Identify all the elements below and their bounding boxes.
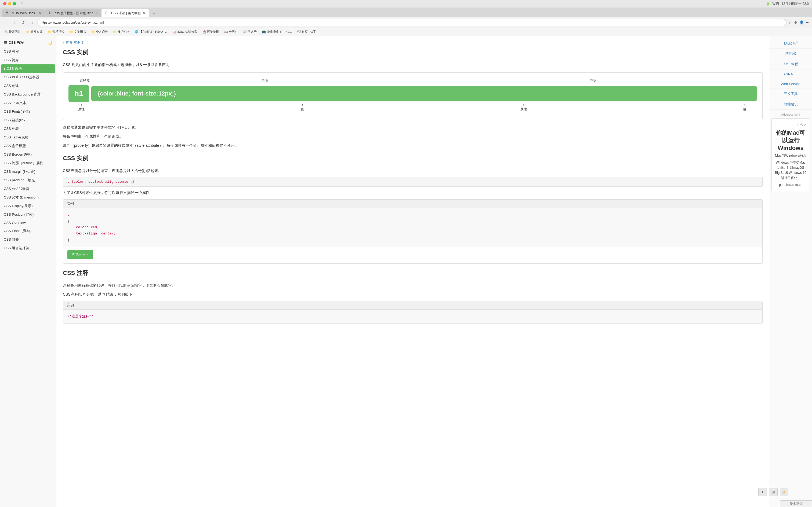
forward-button[interactable]: › bbox=[11, 19, 18, 26]
selector-box: h1 bbox=[68, 85, 89, 102]
tab-favicon-mdn: M bbox=[6, 11, 10, 15]
section1-intro: CSS 规则由两个主要的部分构成：选择器，以及一条或多条声明: bbox=[63, 61, 763, 68]
section3-title: CSS 注释 bbox=[63, 269, 763, 279]
bookmark-software[interactable]: 📁 软件资源 bbox=[24, 29, 45, 34]
sidebar-item-css-dimension[interactable]: CSS 尺寸 (Dimension) bbox=[0, 193, 56, 202]
tab-mdn[interactable]: M MDN Web Docs ✕ bbox=[2, 9, 45, 17]
grid-view-button[interactable]: ⊞ bbox=[769, 488, 778, 496]
fullscreen-window-button[interactable] bbox=[13, 2, 16, 5]
code-inline-block: p {color:red;text-align:center;} bbox=[63, 177, 763, 187]
url-bar[interactable]: https://www.runoob.com/css/css-syntax.ht… bbox=[37, 19, 786, 26]
content-area: 查看 实例 2 CSS 实例 CSS 规则由两个主要的部分构成：选择器，以及一条… bbox=[56, 36, 769, 507]
sidebar-item-css-text[interactable]: CSS Text(文本) bbox=[0, 99, 56, 107]
sidebar-item-css-table[interactable]: CSS Table(表格) bbox=[0, 133, 56, 142]
sidebar-item-css-intro[interactable]: CSS 简介 bbox=[0, 56, 56, 64]
right-sidebar-item-webservice[interactable]: Web Service bbox=[769, 79, 812, 89]
bookmarks-bar: 🔍 搜索网站 📁 软件资源 📁 音乐视频 📁 文学图书 📁 个人论坛 📁 技术论… bbox=[0, 28, 812, 36]
arrow-up-4: ↑ bbox=[743, 103, 746, 107]
para5: 注释是用来解释你的代码，并且可以随意编辑它，浏览器会忽略它。 bbox=[63, 282, 763, 289]
sidebar-item-css-border[interactable]: CSS Border(边框) bbox=[0, 150, 56, 159]
sidebar-toggle-icon[interactable]: ☰ bbox=[20, 2, 23, 6]
sidebar-item-css-outline[interactable]: CSS 轮廓（outline）属性 bbox=[0, 159, 56, 167]
bookmark-medical[interactable]: 🏥 医学微视 bbox=[200, 29, 221, 34]
sidebar-item-css-create[interactable]: CSS 创建 bbox=[0, 81, 56, 90]
right-sidebar-item-website[interactable]: 网站建设 bbox=[769, 99, 812, 110]
sidebar-item-css-backgrounds[interactable]: CSS Backgrounds(背景) bbox=[0, 90, 56, 99]
right-sidebar-item-devtools[interactable]: 开发工具 bbox=[769, 89, 812, 99]
sidebar-item-css-float[interactable]: CSS Float（浮动） bbox=[0, 227, 56, 235]
theme-toggle-icon[interactable]: 🌙 bbox=[48, 41, 52, 45]
tab-runoob[interactable]: R CSS 语法 | 菜鸟教程 ✕ bbox=[101, 9, 149, 17]
ad-link[interactable]: parallels.com.cn bbox=[775, 183, 806, 187]
new-tab-button[interactable]: + bbox=[150, 10, 158, 17]
favorite-button[interactable]: ★ bbox=[780, 488, 789, 496]
bookmark-music[interactable]: 📁 音乐视频 bbox=[46, 29, 66, 34]
bookmark-zhihu[interactable]: 💬 首页 - 知乎 bbox=[295, 29, 318, 34]
see-example-link[interactable]: 查看 实例 2 bbox=[63, 40, 763, 45]
sidebar-item-css-group[interactable]: CSS 分组和嵌套 bbox=[0, 184, 56, 193]
arrow-up-3: ↑ bbox=[520, 103, 527, 107]
tab-close-mdn[interactable]: ✕ bbox=[39, 11, 41, 15]
sidebar-item-css-fonts[interactable]: CSS Fonts(字体) bbox=[0, 107, 56, 116]
feedback-button[interactable]: 反馈/建议 bbox=[780, 500, 812, 507]
right-sidebar-item-aspnet[interactable]: ASP.NET bbox=[769, 69, 812, 79]
diagram-labels-top: 选择器 声明 声明 bbox=[68, 78, 757, 83]
bookmark-history[interactable]: 📖 全历史 bbox=[222, 29, 240, 34]
tab-title-runoob: CSS 语法 | 菜鸟教程 bbox=[111, 11, 141, 15]
main-layout: ☰ CSS 教程 🌙 CSS 教程 CSS 简介 CSS 语法 CSS Id 和… bbox=[0, 36, 812, 507]
arrow-up-1: ↑ bbox=[78, 103, 85, 107]
right-sidebar-item-mobile[interactable]: 移动端 bbox=[769, 49, 812, 59]
declaration-box: {color:blue; font-size:12px;} bbox=[91, 86, 757, 101]
close-window-button[interactable] bbox=[3, 2, 6, 5]
try-button-1[interactable]: 尝试一下 » bbox=[67, 250, 93, 259]
right-sidebar-item-data-analysis[interactable]: 数据分析 bbox=[769, 38, 812, 49]
arrow-up-2: ↑ bbox=[301, 103, 304, 107]
bookmark-personal[interactable]: 📁 个人论坛 bbox=[89, 29, 110, 34]
favorites-icon[interactable]: ☆ bbox=[789, 20, 792, 24]
arrow-label-value1: 值 bbox=[301, 107, 304, 112]
example1-label: 实例 bbox=[63, 200, 762, 208]
profile-icon[interactable]: 👤 bbox=[799, 20, 804, 24]
sidebar-item-css-combinators[interactable]: CSS 组合选择符 bbox=[0, 244, 56, 252]
scroll-up-button[interactable]: ▲ bbox=[758, 488, 767, 496]
para2: 每条声明由一个属性和一个值组成。 bbox=[63, 133, 763, 140]
sidebar-item-css-margin[interactable]: CSS margin(外边距) bbox=[0, 167, 56, 176]
reload-button[interactable]: ↺ bbox=[20, 19, 26, 26]
sidebar-item-css-overflow[interactable]: CSS Overflow bbox=[0, 219, 56, 227]
tab-bing[interactable]: B css 盒子模型 - 国内版 Bing ✕ bbox=[45, 9, 101, 17]
bookmark-idata[interactable]: 📊 iData-知识检索 bbox=[171, 29, 199, 34]
ad-close-label[interactable]: 广告 ✕ bbox=[775, 123, 806, 127]
bookmark-ps[interactable]: 🌐 【在线PS】PS软件... bbox=[133, 29, 170, 34]
sidebar-item-css-box-model[interactable]: CSS 盒子模型 bbox=[0, 142, 56, 150]
tab-close-runoob[interactable]: ✕ bbox=[143, 11, 145, 15]
sidebar-item-css-align[interactable]: CSS 对齐 bbox=[0, 235, 56, 244]
bookmark-search[interactable]: 🔍 搜索网站 bbox=[2, 29, 23, 34]
bookmark-toutiao[interactable]: 📰 头条号 bbox=[241, 29, 259, 34]
sidebar-item-css-tutorial[interactable]: CSS 教程 bbox=[0, 47, 56, 56]
bookmark-books[interactable]: 📁 文学图书 bbox=[67, 29, 88, 34]
back-button[interactable]: ‹ bbox=[3, 19, 9, 26]
sidebar-item-css-syntax[interactable]: CSS 语法 bbox=[1, 64, 55, 73]
home-button[interactable]: ⌂ bbox=[29, 19, 35, 26]
more-icon[interactable]: ⋯ bbox=[806, 20, 809, 24]
sidebar-header: ☰ CSS 教程 🌙 bbox=[0, 38, 56, 47]
sidebar-item-css-padding[interactable]: CSS padding（填充） bbox=[0, 176, 56, 184]
browser-titlebar: ☰ 🔋 WiFi 12月14日周一 22:0 bbox=[0, 0, 812, 7]
sidebar-item-css-links[interactable]: CSS 链接(link) bbox=[0, 116, 56, 124]
sidebar-item-css-id-class[interactable]: CSS Id 和 Class选择器 bbox=[0, 73, 56, 81]
bookmark-tech[interactable]: 📁 技术论坛 bbox=[111, 29, 132, 34]
tab-close-bing[interactable]: ✕ bbox=[95, 11, 98, 15]
sidebar-item-css-position[interactable]: CSS Position(定位) bbox=[0, 210, 56, 219]
right-sidebar-item-xml[interactable]: XML 教程 bbox=[769, 59, 812, 69]
selector-label: 选择器 bbox=[68, 78, 101, 83]
para1: 选择器通常是您需要更改样式的 HTML 元素。 bbox=[63, 124, 763, 131]
extensions-icon[interactable]: ⚙ bbox=[794, 20, 797, 24]
minimize-window-button[interactable] bbox=[8, 2, 11, 5]
section2-intro: CSS声明总是以分号(;)结束，声明总是以大括号({})括起来: bbox=[63, 167, 763, 174]
sidebar-item-css-display[interactable]: CSS Display(显示) bbox=[0, 202, 56, 210]
sidebar-item-css-list[interactable]: CSS 列表 bbox=[0, 124, 56, 133]
diagram-arrows-bottom: ↑ 属性 ↑ 值 ↑ 属性 ↑ 值 bbox=[68, 102, 757, 112]
ad-box: 广告 ✕ 你的Mac可以运行Windows Mac与Windows融合 Wind… bbox=[771, 118, 810, 191]
code-color-val: red; bbox=[91, 225, 99, 229]
bookmark-bilibili[interactable]: 📺 哔哩哔哩（'-'）つ... bbox=[260, 29, 294, 34]
